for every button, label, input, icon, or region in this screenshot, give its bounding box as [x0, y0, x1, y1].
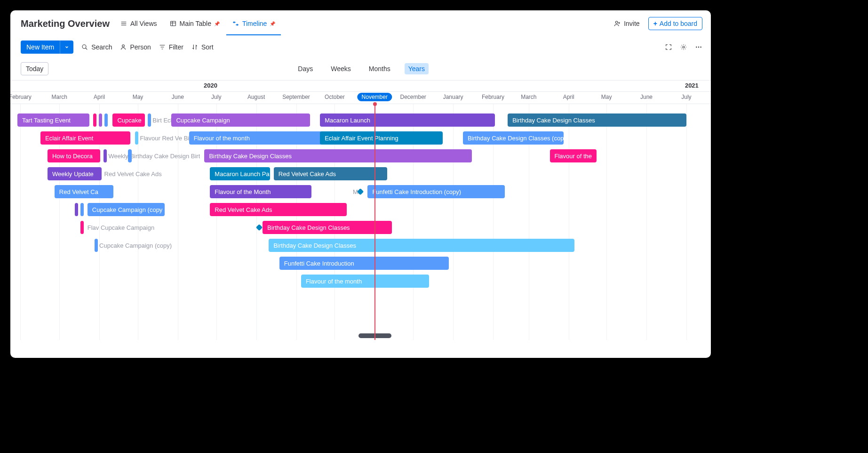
timeline-bar[interactable]: Birthday Cake Design Classes [204, 149, 472, 162]
filter-button[interactable]: Filter [159, 43, 183, 51]
timeline-bar[interactable]: How to Decora [48, 149, 100, 162]
timeline-bar[interactable]: Flavour of the month [301, 275, 429, 288]
gear-icon[interactable] [680, 43, 687, 51]
timeline-bar[interactable]: Funfetti Cake Introduction (copy) [367, 185, 505, 198]
month-label[interactable]: November [358, 94, 392, 100]
month-label[interactable]: June [172, 94, 184, 100]
tab-main-table[interactable]: Main Table 📌 [167, 16, 222, 31]
month-label[interactable]: April [563, 94, 574, 100]
timeline-bar[interactable] [128, 149, 131, 162]
sort-icon [191, 43, 199, 51]
search-icon [81, 43, 88, 51]
month-label[interactable]: June [640, 94, 653, 100]
timeline-bar[interactable]: Weekly Update [48, 167, 102, 180]
timeline-bar[interactable] [135, 131, 138, 145]
year-label: 2021 [685, 82, 699, 89]
timeline-icon [232, 20, 239, 27]
fullscreen-icon[interactable] [665, 43, 672, 51]
timeline-bar[interactable]: Birthday Cake Design Classes [269, 239, 574, 252]
svg-point-6 [683, 46, 685, 48]
timeline-bar[interactable] [80, 203, 84, 216]
search-button[interactable]: Search [81, 43, 112, 51]
timeline-bar[interactable] [104, 149, 107, 162]
add-to-board-button[interactable]: + Add to board [648, 17, 702, 30]
timeline-bar[interactable]: Macaron Launch Pa [210, 167, 270, 180]
timeline-bar[interactable]: Red Velvet Cake Ads [274, 167, 387, 180]
timeline-bar[interactable] [80, 221, 84, 234]
tab-label: Timeline [242, 20, 267, 27]
month-label[interactable]: August [247, 94, 265, 100]
month-label[interactable]: March [52, 94, 67, 100]
timeline-area[interactable]: 20202021 FebruaryMarchAprilMayJuneJulyAu… [10, 80, 711, 340]
bars-layer: Birt EclairFlavour Red Ve BirtWeekly Bir… [10, 104, 711, 340]
scale-weeks[interactable]: Weeks [327, 63, 355, 74]
month-label[interactable]: February [10, 94, 32, 100]
timeline-bar[interactable]: Eclair Affair Event Planning [320, 131, 443, 145]
new-item-label[interactable]: New Item [21, 40, 60, 54]
person-filter-button[interactable]: Person [119, 43, 151, 51]
timeline-bar[interactable] [75, 203, 78, 216]
timeline-bar[interactable]: Red Velvet Cake Ads [210, 203, 346, 216]
timeline-bar[interactable]: Macaron Launch [320, 113, 495, 127]
sort-button[interactable]: Sort [191, 43, 214, 51]
month-label[interactable]: January [443, 94, 463, 100]
new-item-button[interactable]: New Item [21, 40, 73, 54]
month-label[interactable]: December [400, 94, 426, 100]
timeline-bar[interactable]: Red Velvet Ca [55, 185, 113, 198]
timeline-bar[interactable]: Birthday Cake Design Classes [263, 221, 392, 234]
tab-all-views[interactable]: All Views [118, 16, 159, 31]
month-label[interactable]: September [282, 94, 310, 100]
overflow-item-label[interactable]: Flavour Red Ve Birt [140, 131, 193, 145]
new-item-dropdown[interactable] [60, 40, 73, 54]
timeline-bar[interactable] [95, 239, 98, 252]
search-label: Search [91, 43, 112, 51]
scale-months[interactable]: Months [365, 63, 394, 74]
overflow-item-label[interactable]: Flav Cupcake Campaign [88, 221, 154, 234]
month-label[interactable]: April [94, 94, 105, 100]
timeline-bar[interactable]: Cupcake Campaign (copy [88, 203, 165, 216]
app-window: Marketing Overview All Views Main Table … [10, 10, 711, 358]
timeline-bar[interactable]: Tart Tasting Event [17, 113, 89, 127]
timeline-bar[interactable]: Flavour of the [550, 149, 597, 162]
month-label[interactable]: March [521, 94, 536, 100]
timeline-bar[interactable]: Cupcake [112, 113, 144, 127]
overflow-item-label[interactable]: Red Velvet Cake Ads [104, 167, 162, 180]
more-icon[interactable] [695, 43, 702, 51]
pin-icon: 📌 [270, 21, 275, 26]
timeline-bar[interactable]: Birthday Cake Design Classes (copy) [463, 131, 564, 145]
month-label[interactable]: May [601, 94, 612, 100]
scale-tabs: Days Weeks Months Years [294, 63, 429, 74]
month-label[interactable]: July [211, 94, 221, 100]
timeline-bar[interactable]: Funfetti Cake Introduction [279, 257, 449, 270]
timeline-bar[interactable] [104, 113, 108, 127]
timeline-bar[interactable]: Birthday Cake Design Classes [508, 113, 686, 127]
milestone-diamond[interactable] [256, 224, 263, 231]
timeline-bar[interactable] [93, 113, 96, 127]
table-icon [169, 20, 177, 27]
scale-days[interactable]: Days [294, 63, 317, 74]
person-label: Person [130, 43, 151, 51]
timeline-bar[interactable]: Flavour of the Month [210, 185, 311, 198]
month-label[interactable]: February [482, 94, 504, 100]
timeline-bar[interactable]: Eclair Affair Event [40, 131, 130, 145]
timeline-bar[interactable]: Flavour of the month [189, 131, 323, 145]
scale-years[interactable]: Years [405, 63, 429, 74]
month-label[interactable]: October [325, 94, 345, 100]
month-label[interactable]: July [681, 94, 691, 100]
tab-timeline[interactable]: Timeline 📌 [230, 16, 277, 31]
overflow-item-label[interactable]: Weekly Birthday Cake Design Birt [108, 149, 200, 162]
overflow-item-label[interactable]: Cupcake Campaign (copy) [99, 239, 172, 252]
topbar: Marketing Overview All Views Main Table … [10, 10, 711, 35]
timeline-bar[interactable] [148, 113, 151, 127]
month-label[interactable]: May [133, 94, 143, 100]
list-icon [120, 20, 127, 27]
timeline-bar[interactable]: Cupcake Campaign [171, 113, 310, 127]
timeline-bar[interactable] [99, 113, 102, 127]
invite-button[interactable]: Invite [613, 20, 639, 27]
filter-label: Filter [169, 43, 183, 51]
svg-rect-0 [170, 21, 175, 25]
sort-label: Sort [201, 43, 214, 51]
chevron-down-icon [64, 45, 69, 49]
today-button[interactable]: Today [21, 62, 48, 75]
svg-point-3 [616, 21, 618, 24]
